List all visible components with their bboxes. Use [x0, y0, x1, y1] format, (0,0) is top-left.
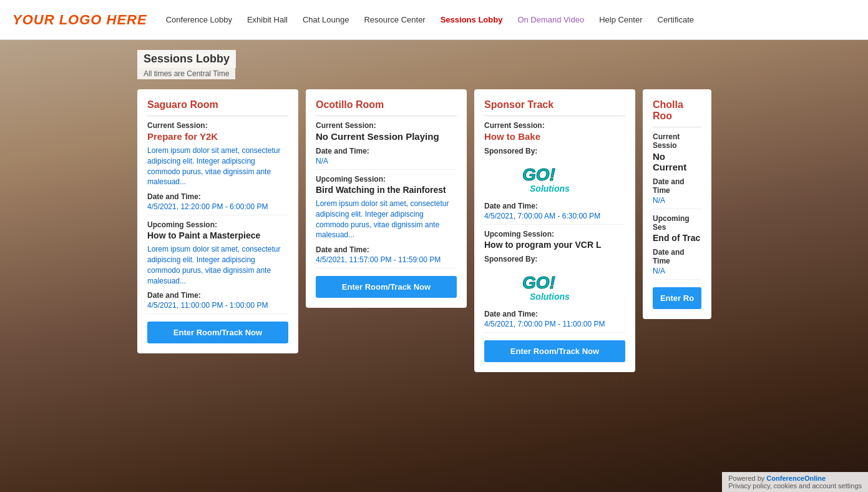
main-nav: Conference Lobby Exhibit Hall Chat Loung…: [166, 15, 694, 24]
cards-row: Saguaro Room Current Session: Prepare fo…: [137, 89, 856, 372]
nav-certificate[interactable]: Certificate: [658, 15, 695, 24]
cholla-upcoming-name: End of Trac: [653, 233, 701, 243]
sponsor-track-title: Sponsor Track: [484, 99, 625, 116]
nav-on-demand-video[interactable]: On Demand Video: [517, 15, 584, 24]
sponsor-upcoming-date-val: 4/5/2021, 7:00:00 PM - 11:00:00 PM: [484, 320, 625, 333]
cholla-upcoming-date-label: Date and Time: [653, 248, 701, 265]
saguaro-date-label: Date and Time:: [147, 192, 288, 201]
nav-resource-center[interactable]: Resource Center: [364, 15, 425, 24]
saguaro-title: Saguaro Room: [147, 99, 288, 116]
nav-chat-lounge[interactable]: Chat Lounge: [303, 15, 349, 24]
saguaro-upcoming-date-label: Date and Time:: [147, 291, 288, 300]
cholla-current-label: Current Sessio: [653, 132, 701, 150]
saguaro-upcoming-name: How to Paint a Masterpiece: [147, 230, 288, 240]
cholla-upcoming-date-val: N/A: [653, 267, 701, 280]
ocotillo-current-label: Current Session:: [316, 121, 457, 130]
ocotillo-upcoming-name: Bird Watching in the Rainforest: [316, 185, 457, 195]
sponsor-current-label: Current Session:: [484, 121, 625, 130]
cholla-upcoming-label: Upcoming Ses: [653, 214, 701, 232]
sponsor-sponsor-label: Sponsored By:: [484, 147, 625, 155]
logo: YOUR LOGO HERE: [12, 12, 147, 28]
svg-text:GO!: GO!: [522, 165, 555, 184]
svg-text:GO!: GO!: [522, 273, 555, 292]
ocotillo-date-label: Date and Time:: [316, 147, 457, 155]
nav-conference-lobby[interactable]: Conference Lobby: [166, 15, 232, 24]
nav-sessions-lobby[interactable]: Sessions Lobby: [441, 15, 503, 24]
nav-exhibit-hall[interactable]: Exhibit Hall: [247, 15, 288, 24]
sponsor-date-val: 4/5/2021, 7:00:00 AM - 6:30:00 PM: [484, 212, 625, 225]
ocotillo-upcoming-desc: Lorem ipsum dolor sit amet, consectetur …: [316, 199, 457, 240]
ocotillo-upcoming-date-val: 4/5/2021, 11:57:00 PM - 11:59:00 PM: [316, 255, 457, 268]
cholla-title: Cholla Roo: [653, 99, 701, 127]
saguaro-upcoming-label: Upcoming Session:: [147, 220, 288, 229]
svg-text:Solutions: Solutions: [530, 184, 570, 194]
main-content: Sessions Lobby All times are Central Tim…: [0, 40, 868, 391]
ocotillo-current-name: No Current Session Playing: [316, 131, 457, 142]
ocotillo-date-val: N/A: [316, 157, 457, 170]
sponsor-track-card: Sponsor Track Current Session: How to Ba…: [474, 89, 635, 372]
saguaro-current-name: Prepare for Y2K: [147, 131, 288, 142]
saguaro-date-val: 4/5/2021, 12:20:00 PM - 6:00:00 PM: [147, 202, 288, 215]
ocotillo-upcoming-date-label: Date and Time:: [316, 245, 457, 254]
sponsor-upcoming-date-label: Date and Time:: [484, 310, 625, 318]
cholla-date-val: N/A: [653, 196, 701, 209]
saguaro-current-label: Current Session:: [147, 121, 288, 130]
ocotillo-title: Ocotillo Room: [316, 99, 457, 116]
cholla-current-name: No Current: [653, 151, 701, 172]
sponsor-enter-button[interactable]: Enter Room/Track Now: [484, 340, 625, 362]
saguaro-upcoming-desc: Lorem ipsum dolor sit amet, consectetur …: [147, 244, 288, 286]
sessions-lobby-subtitle: All times are Central Time: [137, 68, 235, 79]
sessions-lobby-title: Sessions Lobby: [137, 50, 236, 68]
saguaro-upcoming-date-val: 4/5/2021, 11:00:00 PM - 1:00:00 PM: [147, 301, 288, 314]
ocotillo-card: Ocotillo Room Current Session: No Curren…: [306, 89, 467, 308]
sponsor-logo-1: GO! Solutions: [484, 160, 625, 197]
sponsor-date-label: Date and Time:: [484, 202, 625, 210]
ocotillo-upcoming-label: Upcoming Session:: [316, 175, 457, 184]
sponsor-current-name: How to Bake: [484, 131, 625, 142]
ocotillo-enter-button[interactable]: Enter Room/Track Now: [316, 276, 457, 298]
sponsor-logo-2: GO! Solutions: [484, 268, 625, 305]
sessions-header: Sessions Lobby All times are Central Tim…: [137, 50, 856, 79]
cholla-date-label: Date and Time: [653, 177, 701, 195]
sponsor-sponsor2-label: Sponsored By:: [484, 255, 625, 263]
svg-text:Solutions: Solutions: [530, 292, 570, 302]
sponsor-upcoming-name: How to program your VCR L: [484, 240, 625, 250]
saguaro-current-desc: Lorem ipsum dolor sit amet, consectetur …: [147, 145, 288, 187]
cholla-enter-button[interactable]: Enter Ro: [653, 287, 701, 309]
cholla-card: Cholla Roo Current Sessio No Current Dat…: [643, 89, 711, 319]
sponsor-upcoming-label: Upcoming Session:: [484, 230, 625, 239]
nav-help-center[interactable]: Help Center: [599, 15, 642, 24]
header: YOUR LOGO HERE Conference Lobby Exhibit …: [0, 0, 868, 40]
saguaro-enter-button[interactable]: Enter Room/Track Now: [147, 322, 288, 343]
saguaro-card: Saguaro Room Current Session: Prepare fo…: [137, 89, 298, 353]
